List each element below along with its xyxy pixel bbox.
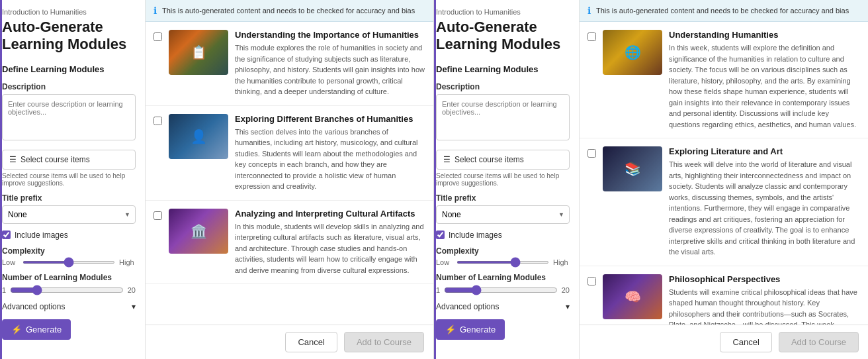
- module-desc-2-1: In this week, students will explore the …: [669, 42, 860, 130]
- module-title-2-1: Understanding Humanities: [669, 30, 860, 40]
- num-modules-slider-2[interactable]: [444, 285, 558, 295]
- select-items-btn-1[interactable]: ☰ Select course items: [2, 150, 136, 170]
- title-prefix-select-2[interactable]: None: [436, 205, 570, 224]
- complexity-slider-2[interactable]: [456, 261, 549, 264]
- add-to-course-btn-1[interactable]: Add to Course: [344, 332, 424, 352]
- num-modules-min-2: 1: [436, 286, 440, 294]
- title-prefix-label-1: Title prefix: [2, 193, 136, 203]
- description-textarea-1[interactable]: [2, 94, 136, 140]
- breadcrumb-1: Introduction to Humanities: [2, 8, 136, 16]
- page-title-2: Auto-Generate Learning Modules: [436, 19, 570, 54]
- title-prefix-field-1: Title prefix None: [2, 193, 136, 224]
- cancel-btn-2[interactable]: Cancel: [720, 332, 771, 352]
- module-checkbox-2-2[interactable]: [587, 149, 596, 158]
- module-checkbox-2-1[interactable]: [587, 32, 596, 41]
- description-field-1: Description: [2, 82, 136, 143]
- module-desc-1-3: In this module, students will develop sk…: [235, 221, 425, 276]
- footer-bar-2: Cancel Add to Course: [580, 325, 868, 359]
- generate-btn-1[interactable]: ⚡ Generate: [2, 319, 71, 340]
- num-modules-min-1: 1: [2, 286, 6, 294]
- description-field-2: Description: [436, 82, 570, 143]
- module-info-1-2: Exploring Different Branches of Humaniti…: [235, 114, 425, 192]
- module-info-1-1: Understanding the Importance of Humaniti…: [235, 30, 425, 97]
- breadcrumb-2: Introduction to Humanities: [436, 8, 570, 16]
- include-images-label-2: Include images: [449, 231, 502, 240]
- module-item-1-3: Analyzing and Interpreting Cultural Arti…: [146, 201, 433, 285]
- title-prefix-dropdown-1[interactable]: None: [2, 205, 136, 224]
- num-modules-field-1: Number of Learning Modules 1 20: [2, 273, 136, 295]
- module-info-2-1: Understanding Humanities In this week, s…: [669, 30, 860, 130]
- modules-list-2: Understanding Humanities In this week, s…: [580, 22, 868, 325]
- module-item-1-2: Exploring Different Branches of Humaniti…: [146, 106, 433, 201]
- module-checkbox-1-2[interactable]: [153, 117, 162, 125]
- module-item-2-2: Exploring Literature and Art This week w…: [580, 138, 868, 266]
- module-checkbox-1-3[interactable]: [153, 211, 162, 220]
- modules-list-1: Understanding the Importance of Humaniti…: [146, 22, 433, 325]
- num-modules-max-1: 20: [128, 286, 136, 294]
- module-info-2-2: Exploring Literature and Art This week w…: [669, 146, 860, 258]
- module-thumb-1-3: [169, 209, 228, 254]
- footer-bar-1: Cancel Add to Course: [146, 325, 433, 359]
- info-icon-2: ℹ: [587, 5, 591, 16]
- complexity-field-2: Complexity Low High: [436, 246, 570, 266]
- panel-1: Introduction to Humanities Auto-Generate…: [0, 0, 434, 359]
- list-icon-1: ☰: [9, 155, 17, 164]
- num-modules-label-2: Number of Learning Modules: [436, 273, 570, 282]
- title-prefix-select-1[interactable]: None: [2, 205, 136, 224]
- num-modules-slider-1[interactable]: [10, 285, 124, 295]
- complexity-low-1: Low: [2, 258, 19, 266]
- module-checkbox-1-1[interactable]: [153, 32, 162, 41]
- complexity-slider-1[interactable]: [22, 261, 115, 264]
- module-title-2-2: Exploring Literature and Art: [669, 146, 860, 156]
- list-icon-2: ☰: [443, 155, 451, 164]
- title-prefix-field-2: Title prefix None: [436, 193, 570, 224]
- module-item-2-1: Understanding Humanities In this week, s…: [580, 22, 868, 138]
- include-images-checkbox-2[interactable]: [436, 231, 445, 239]
- include-images-row-2: Include images: [436, 231, 570, 240]
- include-images-label-1: Include images: [15, 231, 68, 240]
- module-checkbox-2-3[interactable]: [587, 277, 596, 285]
- module-thumb-2-3: [603, 274, 662, 319]
- module-title-2-3: Philosophical Perspectives: [669, 274, 860, 284]
- generate-btn-2[interactable]: ⚡ Generate: [436, 319, 505, 340]
- module-title-1-1: Understanding the Importance of Humaniti…: [235, 30, 425, 40]
- generate-icon-1: ⚡: [11, 325, 22, 334]
- module-item-1-1: Understanding the Importance of Humaniti…: [146, 22, 433, 106]
- advanced-options-label-1: Advanced options: [2, 302, 65, 311]
- generate-icon-2: ⚡: [445, 325, 456, 334]
- advanced-options-label-2: Advanced options: [436, 302, 499, 311]
- select-items-btn-2[interactable]: ☰ Select course items: [436, 150, 570, 170]
- module-thumb-1-1: [169, 30, 228, 75]
- advanced-options-row-1[interactable]: Advanced options ▾: [2, 302, 136, 311]
- module-desc-1-1: This module explores the role of humanit…: [235, 42, 425, 97]
- include-images-row-1: Include images: [2, 231, 136, 240]
- title-prefix-dropdown-2[interactable]: None: [436, 205, 570, 224]
- num-modules-slider-row-1: 1 20: [2, 285, 136, 295]
- num-modules-field-2: Number of Learning Modules 1 20: [436, 273, 570, 295]
- num-modules-max-2: 20: [562, 286, 570, 294]
- module-item-2-3: Philosophical Perspectives Students will…: [580, 266, 868, 325]
- right-content-2: ℹ This is auto-generated content and nee…: [580, 0, 868, 359]
- cancel-btn-1[interactable]: Cancel: [285, 332, 337, 352]
- panel-2: Introduction to Humanities Auto-Generate…: [434, 0, 868, 359]
- include-images-checkbox-1[interactable]: [2, 231, 11, 239]
- section-title-2: Define Learning Modules: [436, 64, 570, 74]
- section-title-1: Define Learning Modules: [2, 64, 136, 74]
- complexity-high-2: High: [553, 258, 570, 266]
- title-prefix-label-2: Title prefix: [436, 193, 570, 203]
- complexity-slider-row-1: Low High: [2, 258, 136, 266]
- info-banner-1: ℹ This is auto-generated content and nee…: [146, 0, 433, 22]
- advanced-options-row-2[interactable]: Advanced options ▾: [436, 302, 570, 311]
- add-to-course-btn-2[interactable]: Add to Course: [779, 332, 859, 352]
- description-label-1: Description: [2, 82, 136, 91]
- module-info-1-3: Analyzing and Interpreting Cultural Arti…: [235, 209, 425, 276]
- page-title-1: Auto-Generate Learning Modules: [2, 19, 136, 54]
- right-content-1: ℹ This is auto-generated content and nee…: [146, 0, 433, 359]
- left-sidebar-1: Introduction to Humanities Auto-Generate…: [0, 0, 146, 359]
- info-banner-2: ℹ This is auto-generated content and nee…: [580, 0, 868, 22]
- helper-text-1: Selected course items will be used to he…: [2, 172, 136, 187]
- helper-text-2: Selected course items will be used to he…: [436, 172, 570, 187]
- module-thumb-2-1: [603, 30, 662, 75]
- description-textarea-2[interactable]: [436, 94, 570, 140]
- module-title-1-2: Exploring Different Branches of Humaniti…: [235, 114, 425, 124]
